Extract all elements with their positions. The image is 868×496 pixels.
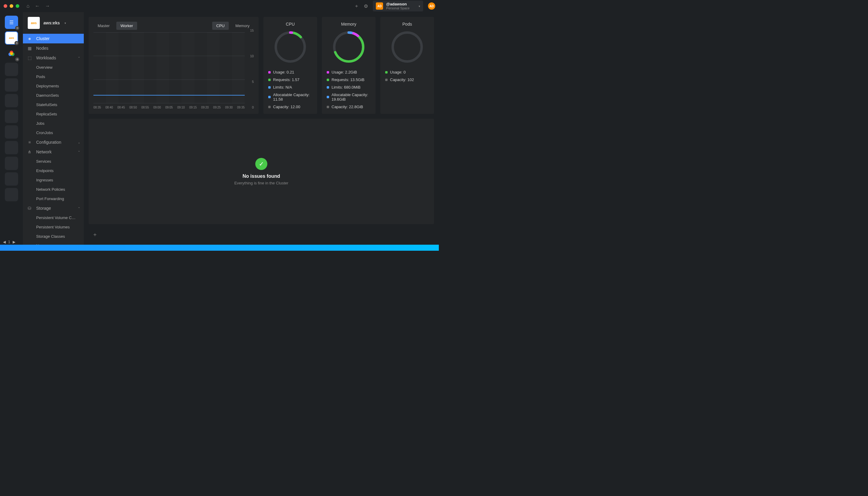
gauge-ring bbox=[272, 29, 308, 65]
swatch-icon bbox=[385, 79, 388, 81]
home-icon[interactable]: ⌂ bbox=[27, 3, 30, 9]
sidebar-item-cronjobs[interactable]: CronJobs bbox=[23, 128, 84, 137]
tab-master[interactable]: Master bbox=[93, 22, 114, 30]
sidebar-item-storage-classes[interactable]: Storage Classes bbox=[23, 232, 84, 241]
rail-item-empty[interactable] bbox=[5, 110, 18, 123]
cluster-selector[interactable]: aws aws:eks ▾ bbox=[23, 12, 84, 34]
check-icon: ✓ bbox=[255, 158, 267, 170]
gauge-ring bbox=[389, 29, 425, 65]
chevron-up-icon: ⌃ bbox=[78, 150, 80, 154]
sidebar-item-label: Workloads bbox=[36, 56, 56, 60]
sidebar-item-label: Nodes bbox=[36, 46, 48, 51]
sidebar-item-storage[interactable]: ⛁Storage⌃ bbox=[23, 203, 84, 213]
rail-item-empty[interactable] bbox=[5, 141, 18, 154]
maximize-icon[interactable] bbox=[16, 4, 19, 8]
sidebar-item-ingresses[interactable]: Ingresses bbox=[23, 175, 84, 185]
sidebar-item-endpoints[interactable]: Endpoints bbox=[23, 166, 84, 175]
sidebar-item-namespaces[interactable]: ◈Namespaces bbox=[23, 241, 84, 245]
forward-icon[interactable]: → bbox=[45, 3, 50, 9]
sidebar-item-network-policies[interactable]: Network Policies bbox=[23, 185, 84, 194]
swatch-icon bbox=[327, 106, 329, 108]
sidebar-item-jobs[interactable]: Jobs bbox=[23, 119, 84, 128]
sidebar-item-cluster[interactable]: ⎈Cluster bbox=[23, 34, 84, 43]
back-icon[interactable]: ← bbox=[35, 3, 40, 9]
sidebar-item-daemonsets[interactable]: DaemonSets bbox=[23, 91, 84, 100]
titlebar: ⌂ ← → ＋ ⚙ AD @adawson Personal Space ▾ A… bbox=[0, 0, 439, 12]
x-tick: 09:15 bbox=[189, 106, 197, 109]
terminal-add-tab[interactable]: ＋ bbox=[89, 229, 434, 240]
sidebar-item-pods[interactable]: Pods bbox=[23, 72, 84, 81]
user-menu[interactable]: AD @adawson Personal Space ▾ bbox=[373, 1, 423, 12]
close-icon[interactable] bbox=[4, 4, 7, 8]
sidebar-item-label: Storage bbox=[36, 206, 51, 211]
y-tick: 5 bbox=[252, 80, 254, 83]
gear-icon[interactable]: ⚙ bbox=[15, 26, 19, 30]
legend-label: Capacity: 22.8GiB bbox=[331, 105, 363, 109]
sidebar-item-replicasets[interactable]: ReplicaSets bbox=[23, 109, 84, 119]
rail-item-empty[interactable] bbox=[5, 157, 18, 170]
sidebar-icon: ⋔ bbox=[27, 150, 33, 154]
sidebar-item-deployments[interactable]: Deployments bbox=[23, 81, 84, 91]
rail-item-aws[interactable]: aws⚙ bbox=[5, 31, 18, 45]
avatar: AD bbox=[376, 2, 383, 10]
add-icon[interactable]: ＋ bbox=[354, 3, 359, 9]
tab-cpu[interactable]: CPU bbox=[212, 22, 229, 30]
sidebar-item-workloads[interactable]: ⬚Workloads⌃ bbox=[23, 53, 84, 63]
pager: ◀ 1 ▶ bbox=[3, 240, 15, 244]
tab-worker[interactable]: Worker bbox=[117, 22, 137, 30]
gear-icon[interactable]: ⚙ bbox=[14, 41, 19, 45]
legend-label: Capacity: 12.00 bbox=[273, 105, 300, 109]
sidebar-item-label: Cluster bbox=[36, 36, 49, 41]
legend-label: Limits: N/A bbox=[273, 85, 292, 90]
swatch-icon bbox=[385, 71, 388, 74]
sidebar-item-statefulsets[interactable]: StatefulSets bbox=[23, 100, 84, 109]
x-tick: 08:40 bbox=[106, 106, 113, 109]
legend-label: Requests: 1.57 bbox=[273, 77, 299, 82]
sidebar-item-services[interactable]: Services bbox=[23, 157, 84, 166]
x-tick: 09:30 bbox=[225, 106, 233, 109]
svg-point-11 bbox=[393, 33, 422, 61]
sidebar-item-port-forwarding[interactable]: Port Forwarding bbox=[23, 194, 84, 203]
x-tick: 09:05 bbox=[165, 106, 173, 109]
gauge-panel-memory: Memory Usage: 2.2GiBRequests: 13.5GiBLim… bbox=[322, 17, 375, 114]
sidebar-item-configuration[interactable]: ≡Configuration⌄ bbox=[23, 137, 84, 147]
rail-item-empty[interactable] bbox=[5, 125, 18, 139]
legend-item: Limits: 680.0MiB bbox=[327, 85, 371, 90]
pager-prev[interactable]: ◀ bbox=[3, 240, 6, 244]
x-tick: 08:55 bbox=[141, 106, 149, 109]
pager-next[interactable]: ▶ bbox=[13, 240, 15, 244]
sidebar-item-network[interactable]: ⋔Network⌃ bbox=[23, 147, 84, 157]
rail-item-empty[interactable] bbox=[5, 94, 18, 107]
rail-item-empty[interactable] bbox=[5, 78, 18, 92]
x-tick: 08:35 bbox=[93, 106, 101, 109]
legend-item: Capacity: 102 bbox=[385, 77, 429, 82]
sidebar-item-overview[interactable]: Overview bbox=[23, 63, 84, 72]
sidebar-item-nodes[interactable]: ▦Nodes bbox=[23, 43, 84, 53]
legend-label: Usage: 0 bbox=[390, 70, 406, 74]
avatar-round[interactable]: AD bbox=[428, 2, 435, 10]
svg-point-3 bbox=[10, 52, 13, 55]
legend-label: Requests: 13.5GiB bbox=[331, 77, 365, 82]
rail-item-home[interactable]: ☰⚙ bbox=[5, 16, 18, 29]
issues-title: No issues found bbox=[243, 174, 280, 179]
sidebar-item-persistent-volume-c-[interactable]: Persistent Volume C… bbox=[23, 213, 84, 222]
swatch-icon bbox=[327, 96, 329, 98]
sidebar-item-persistent-volumes[interactable]: Persistent Volumes bbox=[23, 222, 84, 232]
gauge-title: Pods bbox=[385, 22, 429, 27]
minimize-icon[interactable] bbox=[10, 4, 13, 8]
rail-item-empty[interactable] bbox=[5, 172, 18, 186]
rail-item-gcp[interactable]: ⚙ bbox=[5, 47, 18, 60]
rail-item-empty[interactable] bbox=[5, 188, 18, 201]
gauge-panel-pods: Pods Usage: 0Capacity: 102 bbox=[381, 17, 434, 114]
swatch-icon bbox=[268, 86, 270, 89]
gear-icon[interactable]: ⚙ bbox=[364, 3, 368, 9]
cluster-rail: ☰⚙ aws⚙ ⚙ bbox=[0, 12, 23, 245]
x-tick: 09:25 bbox=[213, 106, 221, 109]
chevron-up-icon: ⌃ bbox=[78, 207, 80, 210]
swatch-icon bbox=[268, 71, 270, 74]
rail-item-empty[interactable] bbox=[5, 63, 18, 76]
chevron-down-icon: ▾ bbox=[64, 21, 66, 25]
issues-subtitle: Everything is fine in the Cluster bbox=[234, 181, 288, 185]
sidebar-item-label: Network bbox=[36, 150, 51, 154]
gear-icon[interactable]: ⚙ bbox=[15, 57, 19, 61]
